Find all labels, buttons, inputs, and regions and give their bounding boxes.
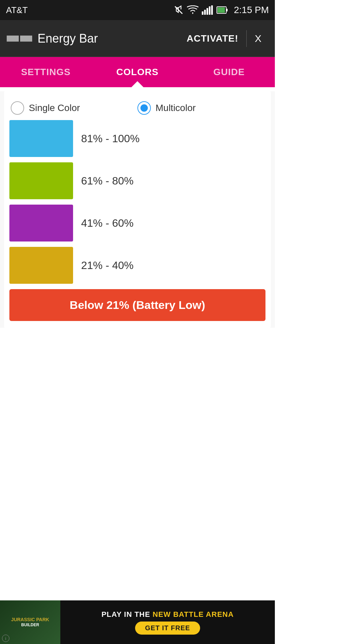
carrier-label: AT&T (6, 5, 28, 15)
svg-rect-7 (226, 9, 228, 11)
color-swatch-2[interactable] (9, 205, 73, 241)
tab-guide[interactable]: GUIDE (183, 57, 275, 87)
color-card: Single Color Multicolor 81% - 100% 61% -… (4, 91, 271, 328)
single-color-radio[interactable] (11, 101, 24, 115)
battery-low-label: Below 21% (Battery Low) (70, 299, 205, 312)
ad-cta-button[interactable]: GET IT FREE (135, 622, 200, 635)
color-range-2: 41% - 60% (81, 217, 134, 229)
color-row-1[interactable]: 61% - 80% (9, 162, 265, 199)
svg-rect-5 (211, 5, 213, 15)
color-range-3: 21% - 40% (81, 259, 134, 272)
activate-button[interactable]: ACTIVATE! (180, 33, 245, 44)
status-icons: 2:15 PM (174, 5, 269, 15)
tab-bar: SETTINGS COLORS GUIDE (0, 57, 275, 87)
color-range-1: 61% - 80% (81, 175, 134, 187)
color-range-0: 81% - 100% (81, 132, 139, 145)
app-bar-actions: ACTIVATE! X (180, 30, 268, 47)
ad-main: PLAY IN THE NEW BATTLE ARENA GET IT FREE (60, 600, 275, 644)
app-bar: Energy Bar ACTIVATE! X (0, 20, 275, 57)
ad-logo-line1: JURASSIC PARK (11, 617, 49, 622)
svg-rect-8 (218, 7, 225, 13)
signal-icon (202, 5, 213, 15)
single-color-option[interactable]: Single Color (11, 101, 137, 115)
svg-rect-3 (206, 8, 208, 15)
ad-headline: PLAY IN THE NEW BATTLE ARENA (102, 610, 234, 619)
tab-settings[interactable]: SETTINGS (0, 57, 92, 87)
multicolor-radio[interactable] (137, 101, 151, 115)
single-color-label: Single Color (29, 103, 80, 113)
bat-seg-1 (7, 36, 19, 42)
battery-bar-icon (7, 36, 32, 42)
wifi-icon (187, 5, 198, 15)
bat-seg-2 (20, 36, 32, 42)
multicolor-label: Multicolor (156, 103, 196, 113)
main-content: Single Color Multicolor 81% - 100% 61% -… (0, 91, 275, 328)
app-bar-left: Energy Bar (7, 32, 98, 46)
svg-rect-4 (209, 6, 210, 15)
color-row-3[interactable]: 21% - 40% (9, 247, 265, 284)
status-bar: AT&T 2:15 PM (0, 0, 275, 20)
divider (246, 30, 247, 47)
tab-indicator (92, 81, 183, 87)
multicolor-option[interactable]: Multicolor (137, 101, 264, 115)
battery-low-button[interactable]: Below 21% (Battery Low) (9, 289, 265, 321)
color-row-2[interactable]: 41% - 60% (9, 205, 265, 241)
ad-logo-line2: BUILDER (11, 623, 49, 627)
svg-rect-1 (202, 11, 203, 15)
time-label: 2:15 PM (234, 5, 269, 15)
info-icon[interactable]: i (2, 635, 9, 642)
svg-rect-2 (204, 10, 206, 15)
ad-content: JURASSIC PARK BUILDER PLAY IN THE NEW BA… (0, 600, 275, 644)
color-mode-selector: Single Color Multicolor (9, 98, 265, 120)
close-button[interactable]: X (248, 33, 268, 44)
ad-banner[interactable]: JURASSIC PARK BUILDER PLAY IN THE NEW BA… (0, 600, 275, 644)
mute-icon (174, 5, 184, 15)
color-row-0[interactable]: 81% - 100% (9, 120, 265, 157)
battery-status-icon (217, 5, 228, 15)
app-title: Energy Bar (38, 32, 98, 46)
color-swatch-1[interactable] (9, 162, 73, 199)
color-swatch-0[interactable] (9, 120, 73, 157)
color-swatch-3[interactable] (9, 247, 73, 284)
ad-dino-icon: JURASSIC PARK BUILDER (11, 617, 49, 627)
ad-cta-label: GET IT FREE (145, 624, 190, 632)
